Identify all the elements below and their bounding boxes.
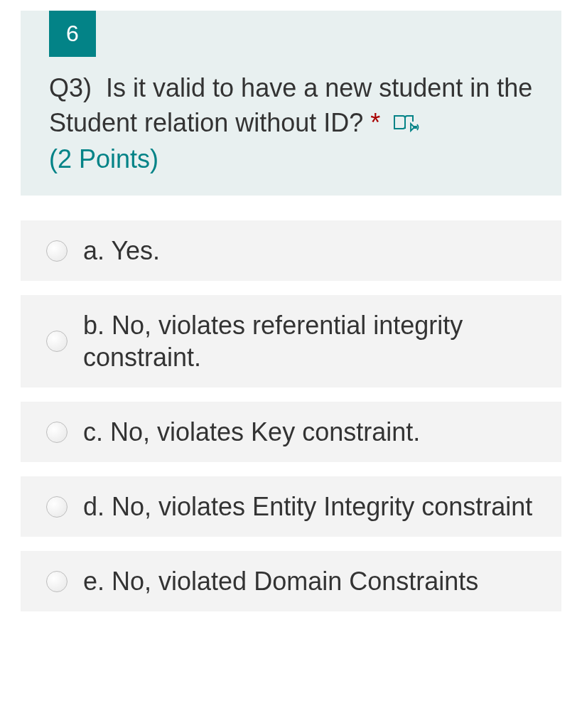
radio-icon[interactable] (46, 331, 68, 352)
option-label: a. Yes. (83, 235, 160, 267)
question-points: (2 Points) (49, 144, 533, 174)
radio-icon[interactable] (46, 496, 68, 518)
option-b[interactable]: b. No, violates referential integrity co… (21, 295, 561, 387)
option-e[interactable]: e. No, violated Domain Constraints (21, 551, 561, 611)
question-body: Is it valid to have a new student in the… (49, 73, 532, 137)
option-label: b. No, violates referential integrity co… (83, 309, 540, 373)
question-number-badge: 6 (49, 11, 96, 57)
option-label: c. No, violates Key constraint. (83, 416, 420, 448)
option-label: d. No, violates Entity Integrity constra… (83, 491, 532, 523)
required-indicator: * (370, 108, 380, 137)
question-text-wrap: Q3) Is it valid to have a new student in… (21, 57, 561, 174)
option-d[interactable]: d. No, violates Entity Integrity constra… (21, 476, 561, 537)
radio-icon[interactable] (46, 422, 68, 443)
question-text: Q3) Is it valid to have a new student in… (49, 71, 533, 141)
question-prefix: Q3) (49, 73, 92, 102)
option-c[interactable]: c. No, violates Key constraint. (21, 402, 561, 462)
radio-icon[interactable] (46, 240, 68, 262)
options-container: a. Yes. b. No, violates referential inte… (21, 220, 561, 611)
option-label: e. No, violated Domain Constraints (83, 565, 478, 597)
radio-icon[interactable] (46, 571, 68, 592)
question-card: 6 Q3) Is it valid to have a new student … (21, 11, 561, 196)
immersive-reader-icon[interactable] (393, 107, 420, 142)
option-a[interactable]: a. Yes. (21, 220, 561, 281)
